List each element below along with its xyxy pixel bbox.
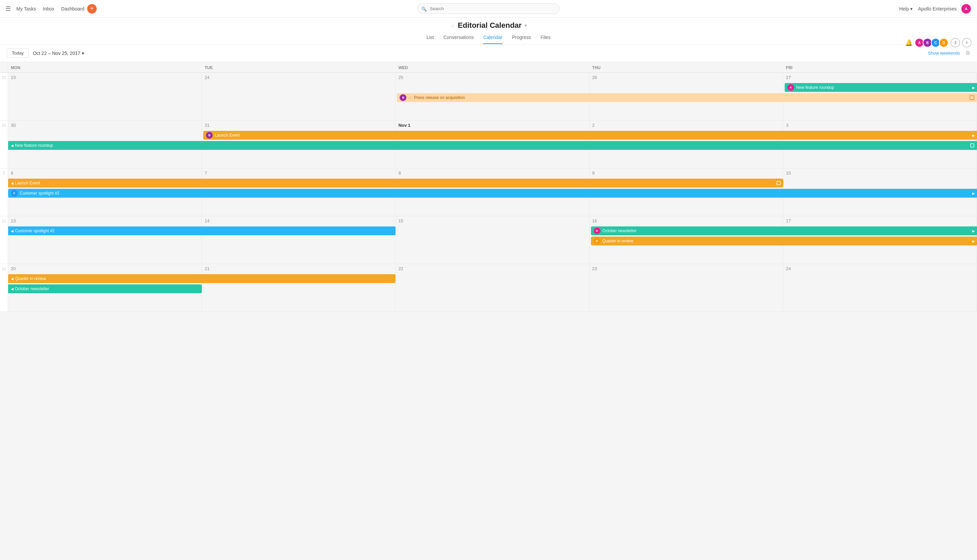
show-weekends-link[interactable]: Show weekends [928, 50, 960, 56]
day-num-7: 7 [205, 170, 392, 176]
add-member-button[interactable]: + [962, 38, 972, 47]
new-feature-roundup-event-1[interactable]: A New feature roundup ▶ [785, 83, 977, 92]
my-tasks-link[interactable]: My Tasks [16, 6, 36, 12]
customer-spotlight-2[interactable]: ◀ Customer spotlight #2 [8, 227, 396, 235]
tab-list[interactable]: List [426, 33, 434, 44]
launch-event-label-2: Launch Event [15, 181, 40, 185]
date-range[interactable]: Oct 22 – Nov 25, 2017 ▾ [33, 50, 84, 56]
week-1-days: 23 24 25 26 27 A New feature roundup [8, 73, 977, 120]
member-count[interactable]: 3 [950, 38, 960, 47]
october-newsletter-label: October newsletter [603, 228, 637, 233]
day-nov14: 14 [202, 216, 396, 264]
day-nov13: 13 [8, 216, 202, 264]
quarter-review-1[interactable]: D Quarter in review ▶ [591, 237, 977, 245]
day-num-16: 16 [592, 218, 780, 223]
launch-event-2[interactable]: ◀ Launch Event [8, 178, 783, 187]
event-avatar-qr: D [594, 238, 600, 244]
day-num-13: 13 [11, 218, 199, 223]
header-thu: THU [590, 62, 783, 72]
add-button[interactable]: + [87, 4, 97, 13]
search-icon: 🔍 [421, 6, 427, 11]
day-num-24: 24 [205, 75, 392, 80]
project-title: Editorial Calendar [458, 21, 521, 30]
arrow-left-4: ◀ [11, 277, 13, 281]
week-num-29: 29 [0, 121, 8, 168]
day-num-3: 3 [786, 123, 974, 128]
header-wed: WED [396, 62, 589, 72]
cal-toolbar: Today Oct 22 – Nov 25, 2017 ▾ Show weeke… [0, 44, 977, 62]
arrow-right-5: ▶ [972, 239, 975, 243]
customer-spotlight-1[interactable]: C Customer spotlight #2 ▶ [8, 189, 977, 198]
day-num-2: 2 [592, 123, 780, 128]
event-avatar-2: B [400, 94, 406, 101]
today-button[interactable]: Today [7, 48, 29, 58]
day-nov22: 22 [396, 264, 589, 312]
search-input[interactable] [417, 3, 560, 14]
arrow-right-4: ▶ [972, 229, 975, 233]
event-avatar-launch: B [206, 132, 213, 138]
user-avatar[interactable]: A [961, 3, 972, 14]
week-row-5: 19 20 21 22 23 24 ◀ [0, 264, 977, 312]
launch-event-label: Launch Event [215, 133, 239, 138]
week-row-3: 5 6 7 8 9 10 ◀ [0, 168, 977, 216]
event-avatar-on: A [594, 227, 600, 234]
event-square [970, 143, 974, 147]
hamburger-icon[interactable]: ☰ [5, 5, 11, 13]
day-nov15: 15 [396, 216, 589, 264]
arrow-right-icon: ▶ [972, 86, 975, 90]
tab-calendar[interactable]: Calendar [483, 33, 503, 44]
project-header: ☆ Editorial Calendar ▾ List Conversation… [0, 18, 977, 44]
week-4-days: 13 14 15 16 17 ◀ Customer spotlight #2 [8, 216, 977, 264]
week-row-4: 12 13 14 15 16 17 ◀ [0, 216, 977, 264]
day-num-6: 6 [11, 170, 199, 176]
october-newsletter-label-2: October newsletter [15, 287, 49, 291]
day-num-27: 27 [786, 75, 974, 80]
day-nov23: 23 [590, 264, 783, 312]
day-num-25: 25 [398, 75, 586, 80]
week-num-12: 12 [0, 216, 8, 264]
title-dropdown-icon[interactable]: ▾ [524, 23, 527, 28]
october-newsletter-2[interactable]: ◀ October newsletter [8, 284, 202, 293]
tab-conversations[interactable]: Conversations [443, 33, 474, 44]
search-container: 🔍 [417, 3, 560, 14]
quarter-review-label-2: Quarter in review [15, 276, 46, 281]
event-avatar-1: A [787, 84, 794, 91]
arrow-left-3: ◀ [11, 229, 13, 233]
tab-files[interactable]: Files [540, 33, 551, 44]
day-num-15: 15 [398, 218, 586, 223]
bell-icon[interactable]: 🔔 [905, 39, 912, 47]
day-num-9: 9 [592, 170, 780, 176]
inbox-link[interactable]: Inbox [43, 6, 54, 12]
org-name[interactable]: Apollo Enterprises [918, 6, 957, 12]
day-num-23b: 23 [592, 266, 780, 271]
member-avatar-4[interactable]: D [939, 38, 949, 47]
day-num-14: 14 [205, 218, 392, 223]
day-oct24: 24 [202, 73, 396, 120]
week-2-days: 30 31 Nov 1 2 3 B Launch Event [8, 121, 977, 168]
day-num-21: 21 [205, 266, 392, 271]
launch-event-1[interactable]: B Launch Event ▶ [203, 131, 977, 140]
day-num-24b: 24 [786, 266, 974, 271]
arrow-left-5: ◀ [11, 287, 13, 291]
dashboard-link[interactable]: Dashboard [61, 6, 85, 12]
day-oct23: 23 [8, 73, 202, 120]
quarter-review-2[interactable]: ◀ Quarter in review [8, 274, 396, 283]
check-icon: ✓ [408, 95, 412, 100]
day-num-29: 30 [11, 123, 199, 128]
event-square-2 [777, 181, 781, 185]
star-icon[interactable]: ☆ [450, 22, 455, 29]
help-link[interactable]: Help ▾ [899, 6, 913, 12]
day-num-nov1: Nov 1 [398, 123, 586, 128]
october-newsletter-1[interactable]: A October newsletter ▶ [591, 227, 977, 235]
press-release-event[interactable]: B ✓ Press release on acquisition [397, 93, 977, 102]
settings-icon[interactable]: ⚙ [965, 50, 970, 56]
tab-progress[interactable]: Progress [512, 33, 531, 44]
new-feature-roundup-event-2[interactable]: ◀ New feature roundup [8, 141, 977, 150]
arrow-right-3: ▶ [972, 192, 975, 195]
day-num-22: 22 [398, 266, 586, 271]
member-row: 🔔 A B C D 3 + [905, 38, 972, 47]
customer-spotlight-label: Customer spotlight #2 [20, 191, 59, 196]
week-row-2: 29 30 31 Nov 1 2 3 B [0, 121, 977, 168]
day-num-31: 31 [205, 123, 392, 128]
event-avatar-cs: C [11, 190, 18, 197]
